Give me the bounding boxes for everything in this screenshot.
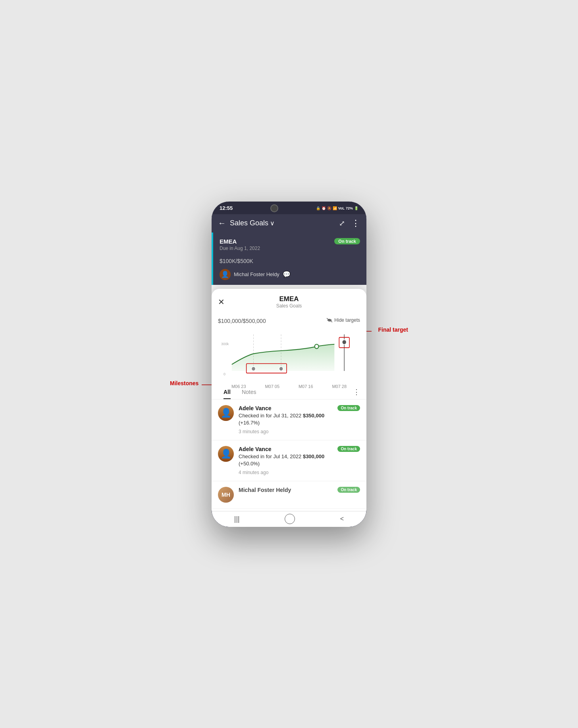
modal-title: EMEA [230, 295, 348, 303]
chevron-down-icon[interactable]: ∨ [270, 219, 275, 227]
tab-all[interactable]: All [218, 385, 236, 399]
avatar-small: 👤 [220, 269, 231, 280]
bg-card-subtitle: Due in Aug 1, 2022 [220, 246, 260, 251]
more-menu-icon[interactable]: ⋮ [351, 218, 360, 229]
svg-text:300k: 300k [221, 342, 229, 346]
tab-notes[interactable]: Notes [236, 385, 262, 399]
on-track-badge: On track [334, 238, 360, 244]
status-time: 12:55 [220, 205, 233, 211]
hide-targets-button[interactable]: Hide targets [326, 317, 360, 323]
bg-card-footer: 👤 Michal Foster Heldy 💬 [220, 269, 360, 280]
checkin-content-2: Adele Vance On track Checked in for Jul … [239, 446, 360, 475]
modal-header: ✕ EMEA Sales Goals [212, 289, 366, 312]
amount-row: $100,000/$500,000 Hide targets [212, 312, 366, 327]
eye-off-icon [326, 318, 333, 323]
checkin-time-2: 4 minutes ago [239, 470, 360, 475]
chart-label-3: M07 16 [299, 384, 313, 389]
avatar-adele-1 [218, 405, 234, 421]
checkin-badge-3: On track [337, 487, 360, 493]
modal-subtitle: Sales Goals [230, 303, 348, 309]
checkin-item-1: Adele Vance On track Checked in for Jul … [212, 400, 366, 440]
svg-point-16 [342, 340, 347, 344]
bg-card: EMEA Due in Aug 1, 2022 On track $100K/$… [212, 232, 366, 285]
nav-title-text: Sales Goals [230, 219, 268, 227]
svg-point-13 [252, 367, 256, 371]
nav-title-area: Sales Goals ∨ [230, 219, 335, 227]
final-target-annotation: Final target [378, 327, 408, 333]
checkin-item-3: MH Michal Foster Heldy On track [212, 481, 366, 509]
nav-icons: ⤢ ⋮ [339, 218, 360, 229]
checkin-name-1: Adele Vance [239, 405, 272, 411]
svg-point-14 [279, 367, 283, 371]
chart-label-4: M07 28 [332, 384, 347, 389]
bg-card-person-name: Michal Foster Heldy [234, 271, 279, 277]
checkin-time-1: 3 minutes ago [239, 429, 360, 434]
bg-card-amount: $100K/$500K [220, 254, 360, 266]
checkin-content-3: Michal Foster Heldy On track [239, 487, 360, 493]
checkin-item-2: Adele Vance On track Checked in for Jul … [212, 440, 366, 481]
checkin-badge-1: On track [337, 405, 360, 411]
progress-chart: 300k 0 [218, 330, 360, 382]
recents-button[interactable]: ||| [234, 515, 240, 523]
comment-icon[interactable]: 💬 [283, 271, 291, 278]
modal-sheet: ✕ EMEA Sales Goals $100,000/$500,000 [212, 289, 366, 527]
status-bar: 12:55 🔒 ⏰ 🔕 📶 VoL 72% 🔋 [212, 202, 366, 214]
modal-title-block: EMEA Sales Goals [230, 295, 348, 309]
bg-card-title: EMEA [220, 238, 260, 245]
avatar-michal: MH [218, 487, 234, 503]
checkin-content-1: Adele Vance On track Checked in for Jul … [239, 405, 360, 434]
checkin-badge-2: On track [337, 446, 360, 452]
checkin-header-1: Adele Vance On track [239, 405, 360, 411]
checkin-header-3: Michal Foster Heldy On track [239, 487, 360, 493]
avatar-adele-2 [218, 446, 234, 462]
phone-frame: 12:55 🔒 ⏰ 🔕 📶 VoL 72% 🔋 ← Sales Goals ∨ [212, 202, 366, 527]
milestones-annotation: Milestones [170, 380, 198, 386]
status-icons: 🔒 ⏰ 🔕 📶 VoL 72% 🔋 [316, 206, 358, 210]
hide-targets-label: Hide targets [334, 317, 360, 323]
checkin-name-2: Adele Vance [239, 446, 272, 452]
camera-dot [270, 204, 278, 212]
expand-icon[interactable]: ⤢ [339, 219, 345, 228]
svg-text:0: 0 [223, 372, 225, 376]
chart-container: 300k 0 [212, 327, 366, 382]
amount-display: $100,000/$500,000 [218, 315, 266, 325]
back-nav-button[interactable]: < [340, 515, 344, 522]
checkin-detail-1: Checked in for Jul 31, 2022 $350,000 (+1… [239, 412, 360, 426]
tabs-more-icon[interactable]: ⋮ [353, 388, 360, 396]
checkin-name-3: Michal Foster Heldy [239, 487, 291, 493]
home-button[interactable] [285, 514, 295, 524]
bottom-bar: ||| < [212, 511, 366, 527]
back-button[interactable]: ← [218, 219, 226, 228]
chart-label-2: M07 05 [265, 384, 279, 389]
svg-point-12 [315, 344, 319, 348]
checkin-header-2: Adele Vance On track [239, 446, 360, 452]
checkin-detail-2: Checked in for Jul 14, 2022 $300,000 (+5… [239, 453, 360, 467]
close-button[interactable]: ✕ [218, 297, 230, 307]
top-nav: ← Sales Goals ∨ ⤢ ⋮ [212, 214, 366, 232]
